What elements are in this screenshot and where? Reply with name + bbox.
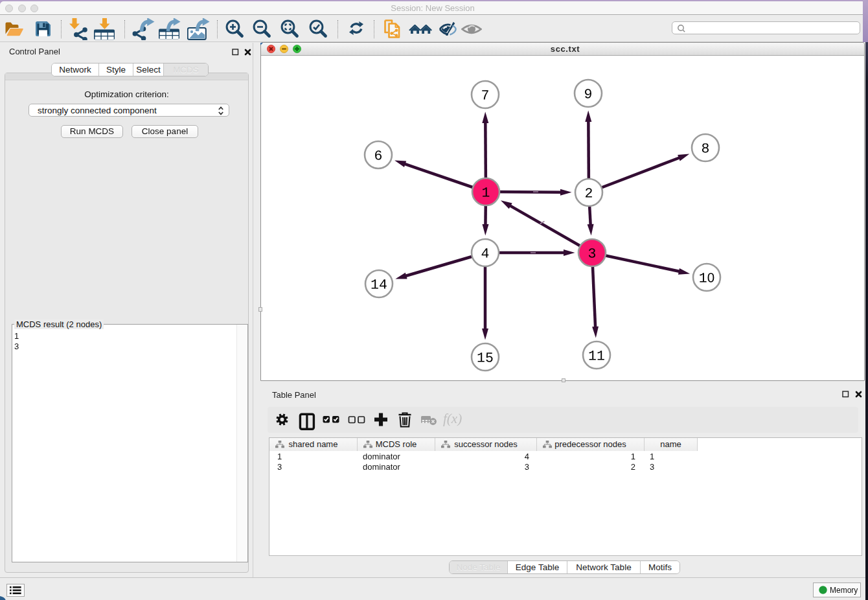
svg-text:f(x): f(x) [443, 411, 462, 426]
svg-text:1: 1 [482, 185, 490, 200]
svg-text:7: 7 [481, 87, 490, 103]
svg-text:15: 15 [477, 350, 494, 365]
svg-text:11: 11 [588, 348, 605, 363]
svg-text:6: 6 [374, 148, 383, 163]
svg-text:2: 2 [585, 185, 593, 201]
svg-text:3: 3 [588, 246, 597, 261]
svg-text:9: 9 [584, 86, 593, 102]
svg-text:14: 14 [371, 277, 387, 292]
svg-text:10: 10 [699, 270, 714, 286]
svg-text:4: 4 [481, 246, 490, 261]
svg-text:8: 8 [702, 141, 710, 156]
